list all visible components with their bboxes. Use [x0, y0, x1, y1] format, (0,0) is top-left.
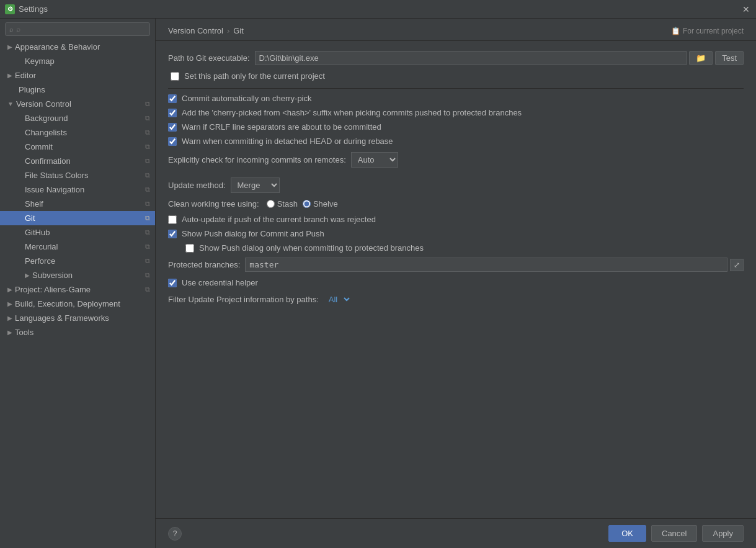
filter-row: Filter Update Project information by pat… — [168, 292, 744, 307]
sidebar-item-label: Git — [25, 213, 35, 223]
show-push-protected-checkbox[interactable] — [185, 244, 194, 253]
sidebar-item-project-aliens[interactable]: ▶ Project: Aliens-Game ⧉ — [0, 282, 155, 297]
auto-update-row: Auto-update if push of the current branc… — [168, 215, 744, 224]
project-link[interactable]: 📋 For current project — [671, 27, 744, 35]
title-bar: ⚙ Settings ✕ — [0, 0, 756, 19]
auto-update-checkbox[interactable] — [168, 215, 177, 224]
cherry-pick-label[interactable]: Commit automatically on cherry-pick — [182, 94, 312, 103]
copy-icon: ⧉ — [145, 285, 150, 294]
breadcrumb-current: Git — [233, 26, 244, 35]
sidebar-item-appearance[interactable]: ▶ Appearance & Behavior — [0, 40, 155, 54]
ok-button[interactable]: OK — [608, 525, 646, 542]
git-path-label: Path to Git executable: — [168, 53, 250, 63]
update-method-label: Update method: — [168, 181, 226, 190]
stash-label[interactable]: Stash — [277, 199, 298, 209]
current-project-label[interactable]: Set this path only for the current proje… — [184, 71, 325, 81]
shelve-label[interactable]: Shelve — [313, 199, 338, 209]
show-push-protected-label[interactable]: Show Push dialog only when committing to… — [199, 243, 424, 253]
show-push-checkbox[interactable] — [168, 230, 177, 238]
search-input[interactable] — [16, 25, 146, 34]
current-project-checkbox[interactable] — [171, 72, 179, 81]
sidebar-item-subversion[interactable]: ▶ Subversion ⧉ — [0, 268, 155, 282]
sidebar-item-label: Shelf — [25, 199, 43, 209]
cherry-pick-suffix-checkbox[interactable] — [168, 109, 177, 117]
expand-arrow: ▶ — [7, 329, 12, 336]
sidebar-item-label: Changelists — [25, 128, 67, 137]
apply-button[interactable]: Apply — [702, 525, 744, 542]
expand-arrow: ▶ — [7, 315, 12, 321]
incoming-commits-row: Explicitly check for incoming commits on… — [168, 152, 744, 168]
credential-checkbox[interactable] — [168, 279, 177, 287]
current-project-row: Set this path only for the current proje… — [168, 71, 744, 81]
project-link-label: For current project — [683, 27, 744, 35]
maximize-button[interactable]: ⤢ — [730, 259, 744, 271]
breadcrumb-part1: Version Control — [168, 26, 223, 35]
sidebar-item-label: Keymap — [25, 56, 55, 66]
sidebar-item-background[interactable]: Background ⧉ — [0, 111, 155, 125]
sidebar-item-issue-navigation[interactable]: Issue Navigation ⧉ — [0, 182, 155, 197]
sidebar-item-label: Issue Navigation — [25, 185, 84, 194]
sidebar-item-git[interactable]: Git ⧉ — [0, 211, 155, 225]
sidebar-item-changelists[interactable]: Changelists ⧉ — [0, 125, 155, 140]
sidebar-item-perforce[interactable]: Perforce ⧉ — [0, 254, 155, 268]
stash-radio[interactable] — [267, 200, 275, 208]
show-push-label[interactable]: Show Push dialog for Commit and Push — [182, 229, 324, 238]
cherry-pick-suffix-row: Add the 'cherry-picked from <hash>' suff… — [168, 108, 744, 117]
protected-branches-input[interactable] — [245, 258, 727, 272]
cancel-button[interactable]: Cancel — [651, 525, 697, 542]
sidebar-item-keymap[interactable]: Keymap — [0, 54, 155, 68]
sidebar-item-editor[interactable]: ▶ Editor — [0, 68, 155, 83]
sidebar-item-languages[interactable]: ▶ Languages & Frameworks — [0, 311, 155, 325]
git-path-input[interactable] — [255, 51, 687, 65]
update-method-select[interactable]: Merge Rebase — [231, 177, 280, 193]
clean-tree-row: Clean working tree using: Stash Shelve — [168, 199, 744, 209]
clean-tree-label: Clean working tree using: — [168, 199, 259, 209]
crlf-label[interactable]: Warn if CRLF line separators are about t… — [182, 122, 381, 132]
main-content: ⌕ ▶ Appearance & Behavior Keymap ▶ Edito… — [0, 19, 756, 548]
detached-head-label[interactable]: Warn when committing in detached HEAD or… — [182, 137, 393, 146]
settings-form: Path to Git executable: 📁 Test Set this … — [156, 41, 756, 518]
cherry-pick-suffix-label[interactable]: Add the 'cherry-picked from <hash>' suff… — [182, 108, 522, 117]
project-link-icon: 📋 — [671, 27, 680, 35]
sidebar-item-shelf[interactable]: Shelf ⧉ — [0, 197, 155, 211]
sidebar-item-tools[interactable]: ▶ Tools — [0, 325, 155, 339]
sidebar-item-build[interactable]: ▶ Build, Execution, Deployment — [0, 297, 155, 311]
copy-icon: ⧉ — [145, 128, 150, 137]
sidebar-item-file-status-colors[interactable]: File Status Colors ⧉ — [0, 168, 155, 182]
sidebar-item-mercurial[interactable]: Mercurial ⧉ — [0, 240, 155, 254]
sidebar-item-label: Project: Aliens-Game — [15, 285, 91, 294]
protected-branches-row: Protected branches: ⤢ — [168, 258, 744, 272]
search-box[interactable]: ⌕ — [5, 22, 150, 36]
close-button[interactable]: ✕ — [741, 4, 751, 14]
incoming-select[interactable]: Auto Always Never — [351, 152, 398, 168]
expand-arrow: ▶ — [7, 286, 12, 293]
shelve-radio[interactable] — [303, 200, 311, 208]
sidebar-item-version-control[interactable]: ▼ Version Control ⧉ — [0, 97, 155, 111]
test-button[interactable]: Test — [715, 51, 744, 65]
help-button[interactable]: ? — [168, 527, 182, 541]
expand-arrow: ▶ — [25, 272, 30, 279]
sidebar-item-label: Mercurial — [25, 242, 58, 251]
git-path-row: Path to Git executable: 📁 Test — [168, 51, 744, 65]
expand-arrow: ▶ — [7, 72, 12, 79]
sidebar-item-label: Plugins — [19, 85, 45, 94]
sidebar-item-plugins[interactable]: Plugins — [0, 83, 155, 97]
credential-label[interactable]: Use credential helper — [182, 278, 258, 287]
copy-icon: ⧉ — [145, 243, 150, 251]
sidebar-item-github[interactable]: GitHub ⧉ — [0, 225, 155, 240]
protected-branches-label: Protected branches: — [168, 260, 240, 269]
expand-arrow: ▶ — [7, 300, 12, 307]
sidebar-item-commit[interactable]: Commit ⧉ — [0, 140, 155, 154]
filter-label: Filter Update Project information by pat… — [168, 295, 319, 304]
browse-button[interactable]: 📁 — [689, 51, 713, 65]
detached-head-checkbox[interactable] — [168, 137, 177, 146]
cherry-pick-checkbox[interactable] — [168, 94, 177, 103]
sidebar-item-confirmation[interactable]: Confirmation ⧉ — [0, 154, 155, 168]
filter-select[interactable]: All — [322, 292, 352, 307]
copy-icon: ⧉ — [145, 114, 150, 122]
copy-icon: ⧉ — [145, 171, 150, 179]
expand-arrow-vc: ▼ — [7, 101, 14, 107]
sidebar-item-label: Tools — [15, 328, 33, 337]
crlf-checkbox[interactable] — [168, 123, 177, 132]
auto-update-label[interactable]: Auto-update if push of the current branc… — [182, 215, 376, 224]
